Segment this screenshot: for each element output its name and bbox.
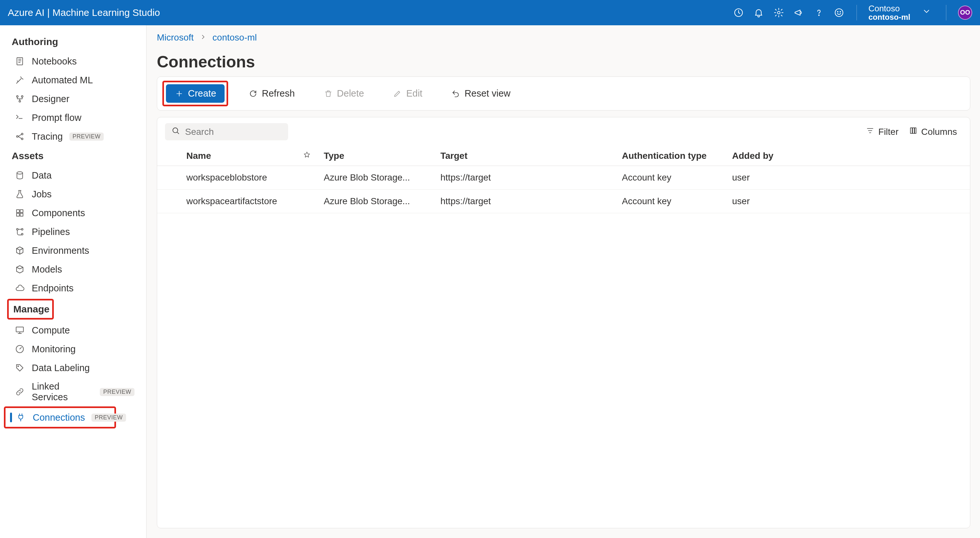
cell-name: workspaceblobstore [180, 166, 296, 189]
tenant-name: Contoso [869, 4, 910, 13]
preview-badge: PREVIEW [100, 388, 135, 396]
breadcrumb-workspace[interactable]: contoso-ml [213, 32, 257, 43]
sidebar-section-authoring: Authoring [0, 32, 146, 52]
breadcrumb: Microsoft contoso-ml [157, 31, 970, 46]
button-label: Reset view [465, 88, 511, 99]
search-box[interactable] [165, 123, 288, 140]
sidebar-item-datalabeling[interactable]: Data Labeling [0, 358, 146, 377]
col-checkbox [157, 146, 180, 166]
highlight-manage: Manage [7, 299, 54, 320]
chevron-right-icon [200, 32, 207, 43]
sidebar-item-designer[interactable]: Designer [0, 89, 146, 108]
sidebar-item-label: Jobs [32, 189, 51, 200]
sidebar-item-compute[interactable]: Compute [0, 321, 146, 340]
sidebar-item-data[interactable]: Data [0, 166, 146, 185]
table-row[interactable]: workspaceblobstore Azure Blob Storage...… [157, 166, 970, 189]
table-row[interactable]: workspaceartifactstore Azure Blob Storag… [157, 189, 970, 213]
pencil-icon [393, 89, 402, 99]
pipeline-icon [14, 226, 25, 237]
col-type[interactable]: Type [317, 146, 434, 166]
col-favorite[interactable] [296, 146, 317, 166]
sidebar-item-endpoints[interactable]: Endpoints [0, 279, 146, 298]
highlight-connections: Connections PREVIEW [4, 406, 116, 428]
sidebar-item-pipelines[interactable]: Pipelines [0, 222, 146, 241]
topbar-actions: Contoso contoso-ml OO [733, 4, 972, 22]
svg-rect-21 [16, 327, 24, 332]
reset-view-button[interactable]: Reset view [442, 84, 519, 103]
box-icon [14, 245, 25, 256]
sidebar-item-label: Tracing [32, 131, 63, 142]
col-added[interactable]: Added by [725, 146, 970, 166]
chevron-down-icon[interactable] [922, 7, 931, 18]
button-label: Delete [337, 88, 364, 99]
preview-badge: PREVIEW [69, 132, 104, 141]
svg-rect-15 [20, 210, 23, 213]
cell-name: workspaceartifactstore [180, 189, 296, 213]
sidebar-item-notebooks[interactable]: Notebooks [0, 52, 146, 71]
flask-icon [14, 189, 25, 200]
button-label: Create [188, 88, 216, 99]
sidebar-item-environments[interactable]: Environments [0, 241, 146, 260]
sidebar-item-label: Linked Services [32, 381, 93, 403]
button-label: Edit [406, 88, 422, 99]
filter-button[interactable]: Filter [861, 124, 904, 140]
gear-icon[interactable] [773, 7, 784, 19]
col-auth[interactable]: Authentication type [616, 146, 725, 166]
sidebar-item-label: Endpoints [32, 283, 73, 294]
sidebar-item-label: Connections [33, 412, 85, 423]
filter-icon [866, 126, 874, 137]
col-target[interactable]: Target [434, 146, 616, 166]
plus-icon [174, 89, 184, 99]
workspace-name: contoso-ml [869, 13, 910, 21]
search-icon [172, 126, 180, 137]
cell-type: Azure Blob Storage... [324, 196, 410, 207]
breadcrumb-root[interactable]: Microsoft [157, 32, 194, 43]
connections-card: Filter Columns Name Type Target Authenti… [157, 117, 970, 528]
cell-added: user [725, 189, 970, 213]
cell-auth: Account key [616, 189, 725, 213]
database-icon [14, 170, 25, 181]
sidebar-item-label: Components [32, 208, 85, 218]
account-picker[interactable]: Contoso contoso-ml [869, 4, 910, 22]
edit-button: Edit [384, 84, 431, 103]
clock-icon[interactable] [733, 7, 745, 19]
sidebar-item-connections[interactable]: Connections PREVIEW [5, 408, 115, 427]
sidebar-item-components[interactable]: Components [0, 204, 146, 222]
col-name[interactable]: Name [180, 146, 296, 166]
sidebar-item-automl[interactable]: Automated ML [0, 71, 146, 89]
search-input[interactable] [185, 127, 301, 137]
bell-icon[interactable] [753, 7, 765, 19]
button-label: Refresh [262, 88, 295, 99]
create-button[interactable]: Create [166, 84, 224, 103]
sidebar-item-label: Data [32, 170, 51, 181]
svg-point-5 [840, 11, 841, 12]
sidebar-item-label: Notebooks [32, 56, 77, 67]
refresh-icon [248, 89, 258, 99]
columns-button[interactable]: Columns [904, 124, 962, 140]
sidebar-item-label: Data Labeling [32, 363, 90, 373]
tag-icon [14, 362, 25, 373]
sidebar-item-monitoring[interactable]: Monitoring [0, 340, 146, 358]
avatar[interactable]: OO [958, 5, 972, 20]
sidebar-item-models[interactable]: Models [0, 260, 146, 279]
sidebar-item-label: Monitoring [32, 344, 75, 355]
smile-icon[interactable] [833, 7, 845, 19]
sidebar-item-promptflow[interactable]: Prompt flow [0, 108, 146, 127]
sidebar-item-tracing[interactable]: Tracing PREVIEW [0, 127, 146, 146]
refresh-button[interactable]: Refresh [240, 84, 303, 103]
help-icon[interactable] [813, 7, 825, 19]
undo-icon [451, 89, 460, 99]
cloud-icon [14, 283, 25, 294]
link-icon [14, 386, 25, 397]
svg-rect-27 [915, 128, 916, 133]
svg-point-19 [21, 233, 23, 235]
sidebar-item-jobs[interactable]: Jobs [0, 185, 146, 204]
sidebar-item-label: Automated ML [32, 75, 93, 86]
sidebar-item-label: Compute [32, 325, 70, 336]
button-label: Filter [878, 127, 898, 137]
megaphone-icon[interactable] [793, 7, 805, 19]
cell-target: https://target [434, 189, 616, 213]
gauge-icon [14, 344, 25, 355]
cube-icon [14, 264, 25, 275]
sidebar-item-linkedservices[interactable]: Linked Services PREVIEW [0, 377, 146, 406]
